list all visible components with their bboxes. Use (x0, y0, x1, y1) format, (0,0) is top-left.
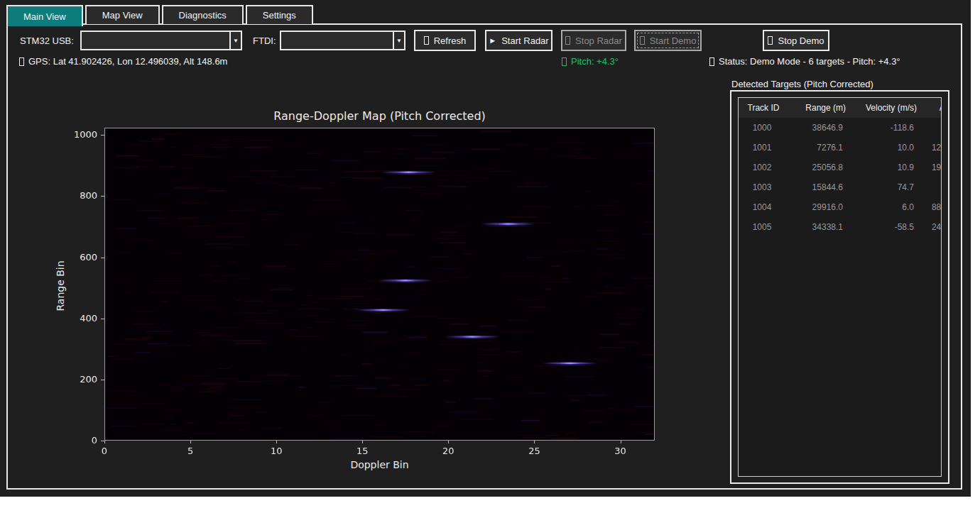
gps-status-text: GPS: Lat 41.902426, Lon 12.496039, Alt 1… (19, 56, 227, 67)
ftdi-label: FTDI: (253, 35, 276, 46)
table-cell: 6.0 (849, 197, 920, 217)
y-tick-label: 800 (66, 190, 97, 201)
y-tick-label: 1000 (66, 129, 97, 140)
table-row[interactable]: 100038646.9-118.645° (739, 118, 942, 138)
table-cell: 1002 (739, 158, 788, 177)
ftdi-combobox-value (281, 32, 393, 49)
table-scrollbar[interactable] (941, 223, 942, 470)
refresh-button-label: Refresh (434, 35, 467, 46)
radar-status-text: Status: Demo Mode - 6 targets - Pitch: +… (709, 56, 900, 67)
ftdi-combobox[interactable]: ▼ (280, 31, 405, 50)
pitch-indicator-text: Pitch: +4.3° (562, 56, 619, 67)
table-cell: 1004 (739, 197, 788, 217)
pitch-icon (562, 57, 567, 66)
table-cell: -58.5 (849, 217, 920, 237)
x-tick-label: 5 (176, 446, 205, 456)
column-header[interactable]: Range (m) (788, 98, 849, 118)
antenna-icon (709, 57, 714, 66)
x-tick-label: 0 (90, 446, 119, 456)
start-radar-button[interactable]: ► Start Radar (485, 30, 552, 51)
y-tick-label: 600 (66, 252, 97, 263)
x-tick-label: 25 (520, 446, 548, 456)
y-axis-label: Range Bin (55, 254, 66, 318)
table-row[interactable]: 100429916.06.088.66998 (739, 197, 942, 217)
table-cell: 247.5104 (920, 217, 942, 237)
table-cell: -118.6 (849, 118, 920, 138)
table-cell: 1005 (739, 217, 788, 237)
targets-table[interactable]: Track IDRange (m)Velocity (m/s)Azimuth 1… (739, 98, 942, 237)
table-cell: 1003 (739, 177, 788, 197)
x-tick-label: 20 (434, 446, 462, 456)
x-tick-label: 30 (606, 446, 635, 456)
y-tick-label: 400 (66, 313, 97, 324)
satellite-icon (19, 57, 24, 66)
table-row[interactable]: 100225056.810.9191.2552 (739, 158, 942, 177)
table-row[interactable]: 100315844.674.7300° (739, 177, 942, 197)
table-cell: 300° (920, 177, 942, 197)
table-cell: 29916.0 (788, 197, 849, 217)
stop-radar-button-label: Stop Radar (575, 35, 622, 46)
y-tick-label: 0 (66, 435, 97, 446)
tab-bar: Main View Map View Diagnostics Settings (6, 5, 315, 25)
stm32-usb-combobox-value (82, 32, 229, 49)
chart-title: Range-Doppler Map (Pitch Corrected) (104, 109, 655, 123)
table-row[interactable]: 10017276.110.0122.2510 (739, 138, 942, 158)
table-cell: 74.7 (849, 177, 920, 197)
targets-table-frame: Track IDRange (m)Velocity (m/s)Azimuth 1… (738, 97, 942, 477)
stm32-usb-combobox[interactable]: ▼ (80, 31, 242, 50)
stm32-usb-label: STM32 USB: (20, 35, 74, 46)
table-cell: 45° (920, 118, 942, 138)
stop-icon (565, 36, 570, 45)
gps-status-label: GPS: Lat 41.902426, Lon 12.496039, Alt 1… (28, 56, 227, 67)
pitch-indicator-label: Pitch: +4.3° (571, 56, 619, 67)
y-tick-label: 200 (66, 374, 97, 385)
range-doppler-heatmap (104, 128, 655, 441)
refresh-button[interactable]: Refresh (414, 30, 476, 51)
x-tick-label: 15 (348, 446, 376, 456)
targets-table-header: Track IDRange (m)Velocity (m/s)Azimuth (739, 98, 942, 118)
chevron-down-icon[interactable]: ▼ (393, 32, 404, 49)
heatmap-canvas (105, 128, 654, 440)
play-icon: ► (489, 37, 496, 45)
table-cell: 38646.9 (788, 118, 849, 138)
table-cell: 15844.6 (788, 177, 849, 197)
column-header[interactable]: Velocity (m/s) (849, 98, 920, 118)
stop-radar-button: Stop Radar (561, 30, 626, 51)
stop-demo-button-label: Stop Demo (778, 35, 824, 46)
x-tick-label: 10 (262, 446, 290, 456)
start-demo-button-label: Start Demo (650, 35, 697, 46)
table-cell: 1001 (739, 138, 788, 158)
targets-table-body: 100038646.9-118.645°10017276.110.0122.25… (739, 118, 942, 237)
table-cell: 122.2510 (920, 138, 942, 158)
demo-icon (640, 36, 645, 45)
table-cell: 34338.1 (788, 217, 849, 237)
start-demo-button: Start Demo (634, 30, 702, 51)
start-radar-button-label: Start Radar (501, 35, 548, 46)
chevron-down-icon[interactable]: ▼ (229, 32, 241, 49)
table-cell: 10.9 (849, 158, 920, 177)
table-cell: 1000 (739, 118, 788, 138)
refresh-icon (424, 36, 429, 45)
table-row[interactable]: 100534338.1-58.5247.5104 (739, 217, 942, 237)
table-cell: 191.2552 (920, 158, 942, 177)
detected-targets-groupbox: Track IDRange (m)Velocity (m/s)Azimuth 1… (730, 90, 949, 484)
table-cell: 88.66998 (920, 197, 942, 217)
targets-panel-title: Detected Targets (Pitch Corrected) (731, 79, 873, 89)
stop-icon (768, 36, 773, 45)
tab-diagnostics[interactable]: Diagnostics (162, 5, 244, 24)
table-cell: 7276.1 (788, 138, 849, 158)
radar-app-window: Main View Map View Diagnostics Settings … (0, 0, 971, 497)
stop-demo-button[interactable]: Stop Demo (763, 30, 829, 51)
tab-main-view[interactable]: Main View (6, 5, 83, 26)
column-header[interactable]: Azimuth (920, 98, 942, 118)
tab-map-view[interactable]: Map View (85, 5, 160, 24)
radar-status-label: Status: Demo Mode - 6 targets - Pitch: +… (719, 56, 900, 67)
table-cell: 10.0 (849, 138, 920, 158)
x-axis-label: Doppler Bin (104, 459, 655, 470)
tab-settings[interactable]: Settings (246, 5, 313, 24)
table-cell: 25056.8 (788, 158, 849, 177)
column-header[interactable]: Track ID (739, 98, 788, 118)
